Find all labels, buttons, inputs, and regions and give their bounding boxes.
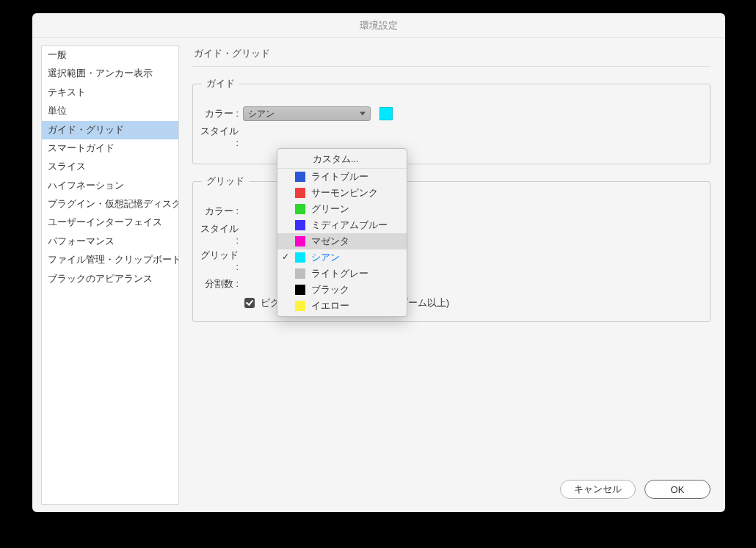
window-title: 環境設定	[360, 19, 398, 32]
menu-item-label: グリーン	[311, 203, 349, 216]
color-swatch-icon	[295, 204, 305, 214]
sidebar-item[interactable]: ファイル管理・クリップボード	[42, 251, 178, 269]
color-swatch-icon	[295, 188, 305, 198]
main-panel: ガイド・グリッド ガイド カラー : シアン スタイル : グリッド	[192, 45, 710, 505]
cancel-button-label: キャンセル	[574, 483, 622, 496]
window-titlebar: 環境設定	[32, 13, 725, 38]
guide-style-label: スタイル :	[197, 125, 239, 148]
menu-item-label: マゼンタ	[311, 235, 349, 248]
menu-item-custom[interactable]: カスタム...	[277, 151, 407, 169]
color-swatch-icon	[295, 301, 305, 311]
grid-style-label: スタイル :	[197, 223, 239, 246]
guide-color-select[interactable]: シアン	[243, 106, 371, 121]
menu-item[interactable]: サーモンピンク	[277, 185, 407, 201]
cancel-button[interactable]: キャンセル	[560, 480, 636, 499]
preferences-window: 環境設定 一般選択範囲・アンカー表示テキスト単位ガイド・グリッドスマートガイドス…	[32, 13, 725, 512]
menu-item[interactable]: ライトブルー	[277, 169, 407, 185]
menu-item[interactable]: ミディアムブルー	[277, 217, 407, 233]
sidebar-item[interactable]: プラグイン・仮想記憶ディスク	[42, 195, 178, 213]
guide-color-label: カラー :	[197, 108, 239, 120]
color-swatch-icon	[295, 236, 305, 246]
sidebar-item[interactable]: テキスト	[42, 84, 178, 102]
grid-color-row: カラー :	[197, 203, 699, 219]
menu-item-label: ライトブルー	[311, 171, 368, 183]
menu-item[interactable]: イエロー	[277, 298, 407, 314]
grid-style-row: スタイル :	[197, 223, 699, 246]
guide-style-row: スタイル :	[197, 125, 699, 148]
sidebar-item[interactable]: 単位	[42, 102, 178, 120]
grid-subdiv-label: 分割数 :	[197, 278, 239, 291]
page-title: ガイド・グリッド	[192, 45, 710, 67]
pixel-grid-checkbox[interactable]	[244, 298, 255, 308]
menu-item-label: サーモンピンク	[311, 187, 378, 200]
menu-item-label: ミディアムブルー	[311, 219, 388, 232]
sidebar-item[interactable]: ユーザーインターフェイス	[42, 213, 178, 232]
guide-color-value: シアン	[248, 108, 275, 120]
grid-color-label: カラー :	[197, 205, 239, 218]
menu-item[interactable]: グリーン	[277, 201, 407, 217]
color-swatch-icon	[295, 220, 305, 230]
sidebar-item[interactable]: 一般	[42, 46, 178, 65]
menu-item-label: ライトグレー	[311, 268, 368, 280]
grid-group: グリッド カラー : スタイル : グリッド : 分割数 : ピクセルグ	[192, 175, 710, 322]
dialog-footer: キャンセル OK	[560, 480, 710, 499]
color-swatch-icon	[295, 172, 305, 182]
sidebar-item[interactable]: 選択範囲・アンカー表示	[42, 65, 178, 83]
window-body: 一般選択範囲・アンカー表示テキスト単位ガイド・グリッドスマートガイドスライスハイ…	[32, 38, 725, 512]
menu-item[interactable]: ライトグレー	[277, 266, 407, 282]
guide-group: ガイド カラー : シアン スタイル :	[192, 77, 710, 164]
sidebar-item[interactable]: ハイフネーション	[42, 177, 178, 195]
ok-button[interactable]: OK	[644, 480, 710, 499]
category-sidebar: 一般選択範囲・アンカー表示テキスト単位ガイド・グリッドスマートガイドスライスハイ…	[41, 45, 179, 505]
check-icon: ✓	[282, 252, 289, 262]
grid-spacing-label: グリッド :	[197, 249, 239, 272]
menu-item-label: カスタム...	[313, 153, 358, 166]
color-dropdown-menu: カスタム... ライトブルーサーモンピンクグリーンミディアムブルーマゼンタ✓シア…	[277, 148, 407, 317]
grid-spacing-row: グリッド :	[197, 249, 699, 272]
menu-item-label: ブラック	[311, 284, 349, 296]
sidebar-item[interactable]: ガイド・グリッド	[42, 121, 178, 139]
menu-item-label: イエロー	[311, 300, 349, 313]
menu-item[interactable]: マゼンタ	[277, 233, 407, 249]
sidebar-item[interactable]: スライス	[42, 158, 178, 176]
color-swatch-icon	[295, 285, 305, 295]
sidebar-item[interactable]: スマートガイド	[42, 139, 178, 158]
guide-legend: ガイド	[202, 77, 239, 90]
sidebar-item[interactable]: ブラックのアピアランス	[42, 270, 178, 288]
grid-legend: グリッド	[202, 175, 249, 188]
guide-color-row: カラー : シアン	[197, 106, 699, 122]
color-swatch-icon	[295, 268, 305, 279]
menu-item[interactable]: ✓シアン	[277, 249, 407, 266]
color-swatch-icon	[295, 252, 305, 263]
menu-item-label: シアン	[311, 252, 340, 264]
sidebar-item[interactable]: パフォーマンス	[42, 233, 178, 251]
ok-button-label: OK	[671, 484, 685, 495]
menu-item[interactable]: ブラック	[277, 282, 407, 298]
guide-color-swatch[interactable]	[379, 107, 393, 120]
grid-subdiv-row: 分割数 :	[197, 276, 699, 292]
chevron-down-icon	[360, 112, 366, 116]
